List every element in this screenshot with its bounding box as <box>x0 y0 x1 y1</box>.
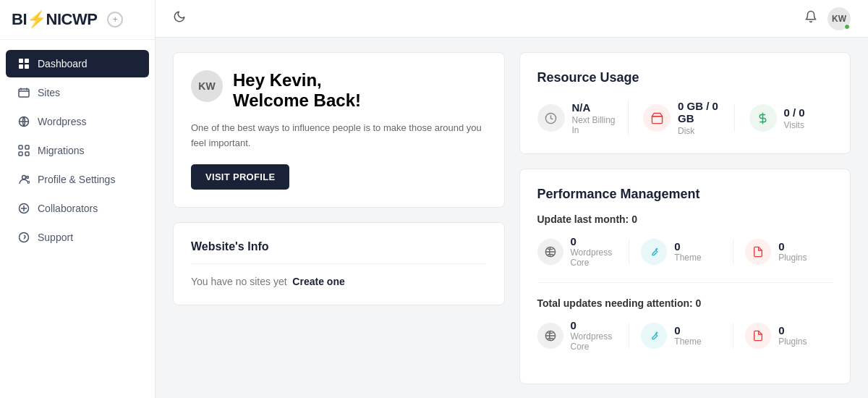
svg-rect-1 <box>25 59 29 63</box>
perf-item-wp-core2: 0 Wordpress Core <box>537 319 625 352</box>
wp-core-value: 0 <box>571 235 625 247</box>
theme-label: Theme <box>674 253 701 263</box>
billing-icon <box>537 104 565 132</box>
perf-item-plugins: 0 Plugins <box>733 239 833 265</box>
resource-item-visits: 0 / 0 Visits <box>734 104 833 132</box>
collaborators-icon <box>17 202 30 215</box>
sidebar-item-collaborators[interactable]: Collaborators <box>6 195 149 222</box>
resource-item-disk: 0 GB / 0 GB Disk <box>628 100 727 136</box>
sidebar-navigation: Dashboard Sites Wordpress Migrations Pro… <box>0 40 155 398</box>
plugins2-value: 0 <box>778 324 807 336</box>
sites-icon <box>17 86 30 99</box>
sidebar-item-sites[interactable]: Sites <box>6 79 149 106</box>
visit-profile-button[interactable]: VISIT PROFILE <box>191 164 289 190</box>
resource-items: N/A Next Billing In 0 GB / 0 GB Disk <box>537 100 833 136</box>
sidebar-item-label: Sites <box>38 87 60 98</box>
welcome-quote: One of the best ways to influence people… <box>191 121 487 151</box>
dark-mode-icon[interactable] <box>173 10 186 27</box>
plugins-icon <box>745 239 771 265</box>
website-info-title: Website's Info <box>191 240 487 264</box>
user-avatar[interactable]: KW <box>827 7 851 30</box>
dashboard-grid: KW Hey Kevin, Welcome Back! One of the b… <box>173 52 851 384</box>
last-month-items: 0 Wordpress Core 0 Theme <box>537 235 833 268</box>
svg-rect-7 <box>25 145 29 149</box>
billing-label: Next Billing In <box>572 115 621 135</box>
sidebar-item-label: Wordpress <box>38 116 86 127</box>
brand-name: BI⚡NICWP <box>12 10 97 29</box>
sidebar-item-label: Collaborators <box>38 203 98 214</box>
sidebar: BI⚡NICWP + Dashboard Sites Wordpress <box>0 0 156 398</box>
svg-rect-9 <box>25 152 29 156</box>
resource-usage-card: Resource Usage N/A Next Billing In <box>519 52 851 154</box>
no-sites-message: You have no sites yet Create one <box>191 276 487 287</box>
create-site-link[interactable]: Create one <box>292 276 344 287</box>
svg-rect-3 <box>25 64 29 69</box>
sidebar-item-dashboard[interactable]: Dashboard <box>6 50 149 77</box>
sidebar-item-migrations[interactable]: Migrations <box>6 137 149 164</box>
sidebar-item-support[interactable]: Support <box>6 224 149 251</box>
welcome-header: KW Hey Kevin, Welcome Back! <box>191 70 487 111</box>
sidebar-item-label: Dashboard <box>38 58 88 69</box>
resource-usage-title: Resource Usage <box>537 70 833 85</box>
wp-core2-icon <box>537 323 563 349</box>
welcome-avatar: KW <box>191 70 223 102</box>
attention-items: 0 Wordpress Core 0 Theme <box>537 319 833 352</box>
disk-label: Disk <box>678 126 727 136</box>
sidebar-item-label: Profile & Settings <box>38 174 115 185</box>
disk-icon <box>643 104 671 132</box>
sidebar-item-label: Support <box>38 232 73 243</box>
visits-value: 0 / 0 <box>784 106 805 119</box>
sidebar-item-wordpress[interactable]: Wordpress <box>6 108 149 135</box>
right-column: Resource Usage N/A Next Billing In <box>519 52 851 384</box>
svg-rect-4 <box>19 89 29 97</box>
theme2-label: Theme <box>674 336 701 347</box>
website-info-card: Website's Info You have no sites yet Cre… <box>173 222 505 305</box>
theme2-icon <box>641 323 667 349</box>
disk-value: 0 GB / 0 GB <box>678 100 727 124</box>
wp-core-label: Wordpress Core <box>571 247 625 268</box>
perf-item-theme: 0 Theme <box>629 239 728 265</box>
plugins2-icon <box>745 323 771 349</box>
plugins2-label: Plugins <box>778 336 807 347</box>
topbar-left <box>173 10 186 27</box>
migrations-icon <box>17 144 30 157</box>
theme2-value: 0 <box>674 324 701 336</box>
performance-title: Performance Management <box>537 187 833 202</box>
wp-core-icon <box>537 239 563 265</box>
svg-rect-2 <box>19 64 23 69</box>
perf-item-theme2: 0 Theme <box>629 323 728 349</box>
left-column: KW Hey Kevin, Welcome Back! One of the b… <box>173 52 505 384</box>
perf-item-wp-core: 0 Wordpress Core <box>537 235 625 268</box>
theme-value: 0 <box>674 240 701 253</box>
resource-item-billing: N/A Next Billing In <box>537 101 621 135</box>
sidebar-item-profile-settings[interactable]: Profile & Settings <box>6 166 149 193</box>
welcome-card: KW Hey Kevin, Welcome Back! One of the b… <box>173 52 505 208</box>
performance-management-card: Performance Management Update last month… <box>519 169 851 384</box>
main-content: KW KW Hey Kevin, Welc <box>156 0 868 398</box>
profile-settings-icon <box>17 173 30 186</box>
theme-icon <box>641 239 667 265</box>
topbar: KW <box>156 0 868 38</box>
notification-bell-icon[interactable] <box>804 10 817 27</box>
online-status-dot <box>844 24 850 30</box>
dashboard-icon <box>17 57 30 70</box>
wordpress-icon <box>17 115 30 128</box>
sidebar-item-label: Migrations <box>38 145 85 156</box>
topbar-right: KW <box>804 7 851 30</box>
content-area: KW Hey Kevin, Welcome Back! One of the b… <box>156 38 868 398</box>
welcome-greeting: Hey Kevin, Welcome Back! <box>233 70 361 111</box>
svg-point-10 <box>22 176 26 179</box>
svg-rect-8 <box>19 152 22 156</box>
svg-rect-0 <box>19 59 23 63</box>
logo-circle-icon: + <box>107 12 123 27</box>
logo: BI⚡NICWP + <box>0 0 155 40</box>
svg-rect-6 <box>19 145 22 149</box>
last-month-title: Update last month: 0 <box>537 213 833 225</box>
billing-value: N/A <box>572 101 621 114</box>
attention-title: Total updates needing attention: 0 <box>537 297 833 309</box>
wp-core2-value: 0 <box>571 319 625 331</box>
section-divider <box>537 282 833 283</box>
visits-icon <box>749 104 777 132</box>
visits-label: Visits <box>784 120 805 130</box>
welcome-text: Hey Kevin, Welcome Back! <box>233 70 361 111</box>
